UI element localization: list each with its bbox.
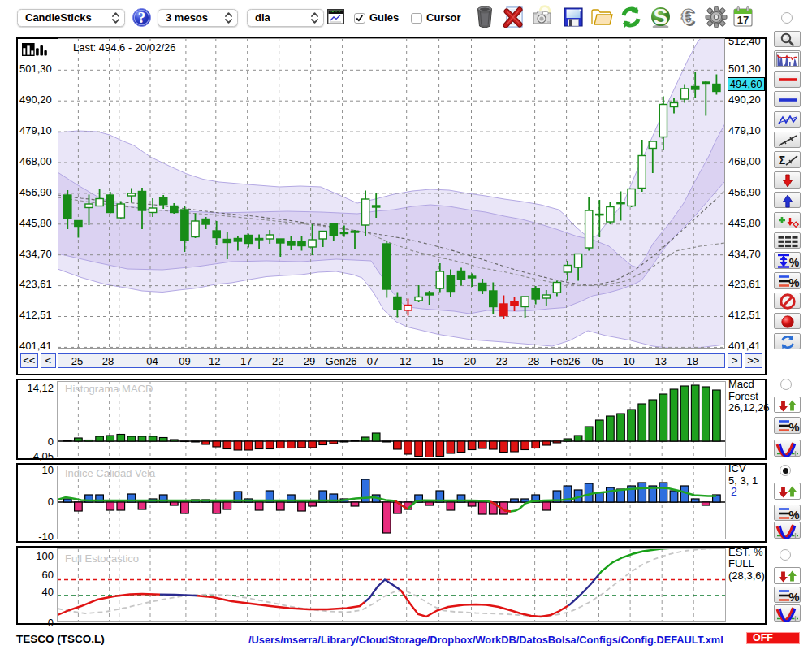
svg-text:%: %: [788, 508, 799, 522]
svg-text:Σ: Σ: [778, 154, 784, 167]
svg-text:€: €: [681, 6, 694, 28]
svg-text:%: %: [788, 420, 799, 434]
svg-text:%: %: [788, 590, 799, 604]
svg-text:%: %: [788, 275, 799, 289]
svg-text:S: S: [653, 6, 667, 28]
svg-text:17: 17: [737, 14, 749, 26]
svg-text:%: %: [788, 256, 799, 269]
svg-text:?: ?: [138, 9, 146, 26]
